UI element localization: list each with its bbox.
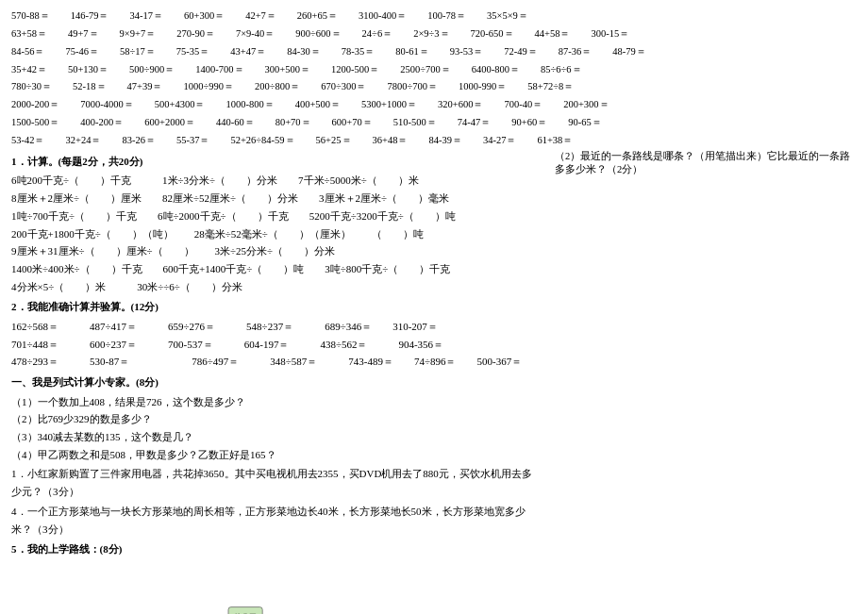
section1-title: 1．计算。(每题2分，共20分): [11, 153, 536, 171]
s5-text: 4．一个正方形菜地与一块长方形菜地的周长相等，正方形菜地边长40米，长方形菜地长…: [11, 503, 536, 538]
s3-p4: （4）甲乙两数之和是508，甲数是多少？乙数正好是165？: [11, 446, 536, 464]
section-1: 1．计算。(每题2分，共20分) 6吨200千克÷（ ）千克 1米÷3分米÷（ …: [11, 153, 536, 296]
q2-text: （2）最近的一条路线是哪条？（用笔描出来）它比最近的一条路多多少米？（2分）: [555, 150, 857, 176]
s2-row3: 478÷293＝ 530-87＝ 786÷497＝ 348÷587＝ 743-4…: [11, 353, 536, 371]
s1-p6: 1400米÷400米÷（ ）千克 600千克+1400千克÷（ ）吨 3吨÷80…: [11, 260, 536, 278]
main-two-col: 1．计算。(每题2分，共20分) 6吨200千克÷（ ）千克 1米÷3分米÷（ …: [11, 150, 857, 614]
s1-p7: 4分米×5÷（ ）米 30米÷÷6÷（ ）分米: [11, 278, 536, 296]
s2-row2: 701÷448＝ 600÷237＝ 700-537＝ 604-197＝ 438÷…: [11, 336, 536, 354]
map-diagram: 950米 660米 660米 693米 134米: [11, 562, 332, 614]
right-column: （2）最近的一条路线是哪条？（用笔描出来）它比最近的一条路多多少米？（2分）: [555, 150, 857, 614]
left-column: 1．计算。(每题2分，共20分) 6吨200千克÷（ ）千克 1米÷3分米÷（ …: [11, 150, 536, 614]
s1-p1: 6吨200千克÷（ ）千克 1米÷3分米÷（ ）分米 7千米÷5000米÷（ ）…: [11, 172, 536, 190]
calc-row-8: 53-42＝ 32+24＝ 83-26＝ 55-37＝ 52+26÷84-59＝…: [11, 132, 857, 149]
main-content: 570-88＝ 146-79＝ 34-17＝ 60+300＝ 42+7＝ 260…: [11, 8, 857, 614]
section-6: 5．我的上学路线：(8分) 950米 660米 660米: [11, 540, 536, 614]
calc-section: 570-88＝ 146-79＝ 34-17＝ 60+300＝ 42+7＝ 260…: [11, 8, 857, 149]
calc-row-4: 35+42＝ 50+130＝ 500÷900＝ 1400-700＝ 300+50…: [11, 61, 857, 78]
section3-title: 一、我是列式计算小专家。(8分): [11, 373, 536, 391]
section-4: 1．小红家新购置了三件家用电器，共花掉3650。其中买电视机用去2355，买DV…: [11, 465, 536, 500]
s2-row1: 162÷568＝ 487÷417＝ 659÷276＝ 548÷237＝ 689÷…: [11, 318, 536, 336]
section-3: 一、我是列式计算小专家。(8分) （1）一个数加上408，结果是726，这个数是…: [11, 373, 536, 463]
section6-title: 5．我的上学路线：(8分): [11, 540, 536, 558]
calc-row-3: 84-56＝ 75-46＝ 58÷17＝ 75-35＝ 43+47＝ 84-30…: [11, 43, 857, 60]
s1-p5: 9厘米＋31厘米÷（ ）厘米÷（ ） 3米÷25分米÷（ ）分米: [11, 242, 536, 260]
s3-p1: （1）一个数加上408，结果是726，这个数是多少？: [11, 393, 536, 411]
s1-p2: 8厘米＋2厘米÷（ ）厘米 82厘米÷52厘米÷（ ）分米 3厘米＋2厘米÷（ …: [11, 190, 536, 207]
s3-p3: （3）340减去某数的135，这个数是几？: [11, 428, 536, 446]
s1-p3: 1吨÷700千克÷（ ）千克 6吨÷2000千克÷（ ）千克 5200千克÷32…: [11, 207, 536, 225]
section-5: 4．一个正方形菜地与一块长方形菜地的周长相等，正方形菜地边长40米，长方形菜地长…: [11, 503, 536, 538]
s3-p2: （2）比769少329的数是多少？: [11, 410, 536, 428]
map-svg: 950米 660米 660米 693米 134米: [11, 562, 332, 614]
calc-row-1: 570-88＝ 146-79＝ 34-17＝ 60+300＝ 42+7＝ 260…: [11, 8, 857, 25]
calc-row-2: 63+58＝ 49+7＝ 9×9+7＝ 270-90＝ 7×9-40＝ 900÷…: [11, 25, 857, 42]
calc-row-7: 1500-500＝ 400-200＝ 600+2000＝ 440-60＝ 80+…: [11, 114, 857, 131]
calc-row-5: 780÷30＝ 52-18＝ 47+39＝ 1000÷990＝ 200÷800＝…: [11, 78, 857, 95]
section2-title: 2．我能准确计算并验算。(12分): [11, 298, 536, 316]
s4-text: 1．小红家新购置了三件家用电器，共花掉3650。其中买电视机用去2355，买DV…: [11, 465, 536, 500]
section-2: 2．我能准确计算并验算。(12分) 162÷568＝ 487÷417＝ 659÷…: [11, 298, 536, 371]
calc-row-6: 2000-200＝ 7000-4000＝ 500+4300＝ 1000-800＝…: [11, 96, 857, 113]
s1-p4: 200千克+1800千克÷（ ）（吨） 28毫米÷52毫米÷（ ）（厘米） （ …: [11, 225, 536, 243]
